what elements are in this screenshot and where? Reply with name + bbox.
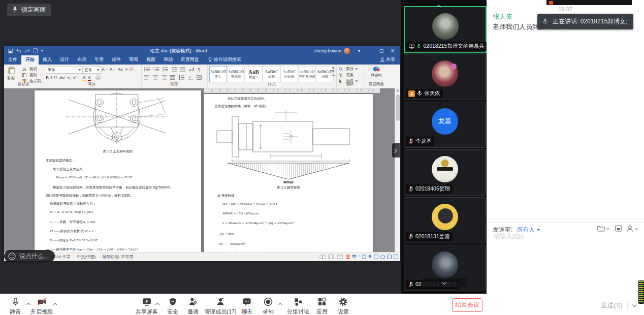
ime-mode-chinese[interactable]: 中 (352, 254, 357, 260)
subscript-button[interactable]: x₂ (67, 75, 71, 80)
participant-tile[interactable]: 02018131姜雷 (404, 197, 486, 243)
tab-help[interactable]: 帮助 (159, 55, 177, 65)
font-size-select[interactable]: 五号 (82, 67, 102, 74)
shading-icon[interactable]: A (188, 75, 193, 80)
sort-icon[interactable]: AZ (189, 67, 195, 72)
tab-review[interactable]: 审阅 (125, 55, 142, 65)
justify-icon[interactable] (170, 75, 175, 80)
copy-button[interactable]: 复制 (22, 73, 37, 78)
align-right-icon[interactable] (162, 75, 167, 80)
ime-mic-icon[interactable] (368, 255, 372, 259)
tab-mailings[interactable]: 邮件 (108, 55, 125, 65)
line-spacing-icon[interactable] (179, 75, 184, 80)
sogou-ime-toolbar[interactable]: S 中 ’ (346, 254, 398, 261)
web-layout-icon[interactable] (337, 255, 343, 259)
apps-button[interactable]: 应用 (313, 297, 331, 315)
style-subtitle[interactable]: AaBbC 副标题 (280, 66, 298, 82)
enclose-character-icon[interactable]: A (95, 75, 101, 80)
settings-button[interactable]: 设置 (334, 297, 352, 315)
increase-indent-icon[interactable] (180, 67, 185, 72)
bullet-list-icon[interactable] (144, 67, 150, 72)
align-left-icon[interactable] (144, 75, 149, 80)
grow-font-button[interactable]: A˄ (102, 67, 108, 72)
underline-button[interactable]: U (54, 75, 57, 80)
tab-insert[interactable]: 插入 (39, 55, 56, 65)
font-name-select[interactable]: 宋体 (46, 67, 83, 74)
tab-file[interactable]: 文件 (4, 55, 21, 65)
font-color-button[interactable]: A (88, 75, 91, 81)
vertical-scrollbar[interactable] (395, 88, 400, 252)
manage-members-button[interactable]: 管理成员(17) (203, 297, 238, 315)
minimize-button[interactable] (365, 46, 376, 55)
tab-baidu-netdisk[interactable]: 百度网盘 (177, 55, 203, 65)
share-document-button[interactable]: 共享 (380, 56, 395, 65)
read-mode-icon[interactable] (319, 255, 326, 259)
language-indicator[interactable]: 中文(中国) (77, 254, 95, 260)
align-center-icon[interactable] (153, 75, 158, 80)
word-titlebar[interactable]: ▾ 论文.doc [兼容模式] - Word zheng bowen (4, 46, 400, 56)
styles-scroll[interactable] (332, 67, 335, 76)
chat-message-input[interactable] (493, 232, 637, 240)
print-layout-icon[interactable] (328, 255, 334, 259)
cut-button[interactable]: 剪切 (22, 67, 37, 72)
mention-member-button[interactable] (627, 225, 639, 232)
tab-view[interactable]: 视图 (142, 55, 159, 65)
highlight-button[interactable]: A (82, 75, 85, 81)
find-button[interactable]: 查找 (339, 67, 358, 72)
document-page-right[interactable]: 故认为滚轮直径是合适的。 支承滚轮轴的校核（材料：45 调质） (204, 94, 373, 252)
participant-tile[interactable]: 张天依 (404, 54, 486, 100)
style-normal[interactable]: AaBbCcD 正文 (209, 66, 227, 82)
multilevel-list-icon[interactable] (163, 67, 168, 72)
restore-button[interactable] (376, 46, 387, 55)
show-marks-icon[interactable]: ¶ (198, 67, 203, 72)
participant-tile[interactable]: 02018405贺翔 (404, 149, 486, 196)
replace-button[interactable]: 替换 (339, 73, 353, 78)
record-button[interactable]: 录制 (259, 297, 277, 315)
new-document-icon[interactable] (34, 48, 38, 53)
superscript-button[interactable]: x² (73, 75, 77, 80)
style-subtle-emphasis[interactable]: AaBbCcD 不明显强调 (298, 66, 316, 82)
chat-image-cropped[interactable] (546, 0, 632, 5)
ime-toolbox-icon[interactable] (394, 255, 398, 259)
decrease-indent-icon[interactable] (172, 67, 177, 72)
security-button[interactable]: 安全 (164, 297, 182, 315)
send-options-chevron[interactable] (632, 303, 637, 307)
file-attach-button[interactable] (597, 225, 610, 232)
qat-customize-chevron[interactable]: ▾ (41, 49, 43, 53)
tell-me-search[interactable]: 操作说明搜索 (208, 56, 241, 65)
start-video-button[interactable]: 开启视频 (29, 297, 54, 315)
strikethrough-button[interactable]: abc (59, 75, 66, 80)
tab-references[interactable]: 引用 (90, 55, 108, 65)
clear-format-button[interactable]: A (129, 67, 134, 71)
share-options-chevron[interactable] (155, 302, 160, 306)
strip-scroll-up-chevron[interactable] (437, 5, 441, 9)
tab-home[interactable]: 开始 (21, 55, 39, 65)
ime-keyboard-icon[interactable] (374, 255, 378, 259)
record-options-chevron[interactable] (278, 302, 283, 306)
close-button[interactable] (387, 46, 398, 55)
invite-button[interactable]: 邀请 (184, 297, 202, 315)
scroll-up-arrow[interactable] (396, 89, 399, 91)
change-case-button[interactable]: Aa (118, 67, 128, 72)
participant-tile-screenshare[interactable]: 02018215郑博文的屏幕共享 (404, 6, 487, 53)
tab-design[interactable]: 设计 (56, 55, 73, 65)
end-meeting-button[interactable]: 结束会议 (452, 298, 482, 312)
bold-button[interactable]: B (46, 75, 49, 80)
account-widget[interactable]: zheng bowen (314, 48, 350, 54)
video-options-chevron[interactable] (53, 302, 57, 306)
mute-button[interactable]: 静音 (4, 297, 26, 315)
ribbon-display-options-button[interactable] (353, 46, 365, 55)
undo-icon[interactable] (16, 49, 21, 53)
chat-button[interactable]: 聊天 (238, 297, 256, 315)
style-emphasis[interactable]: AaBbCcD 强调 (316, 66, 334, 82)
paste-button[interactable]: 粘贴 (7, 67, 15, 81)
style-heading-1[interactable]: AaB 标题 1 (245, 66, 263, 82)
italic-button[interactable]: I (51, 75, 52, 80)
strip-scroll-down-button[interactable] (422, 278, 467, 287)
document-page-left[interactable]: 图 2.2 上支座布置图 支承滚轮直径确定： 每个滚轮上最大压力： Nmax =… (35, 90, 201, 252)
breakout-rooms-button[interactable]: 分组讨论 (284, 297, 312, 315)
document-canvas[interactable]: 图 2.2 上支座布置图 支承滚轮直径确定： 每个滚轮上最大压力： Nmax =… (4, 88, 400, 252)
borders-icon[interactable] (197, 75, 202, 80)
style-title[interactable]: AaBbC 标题 (263, 66, 280, 82)
numbered-list-icon[interactable]: 12 (153, 67, 159, 72)
